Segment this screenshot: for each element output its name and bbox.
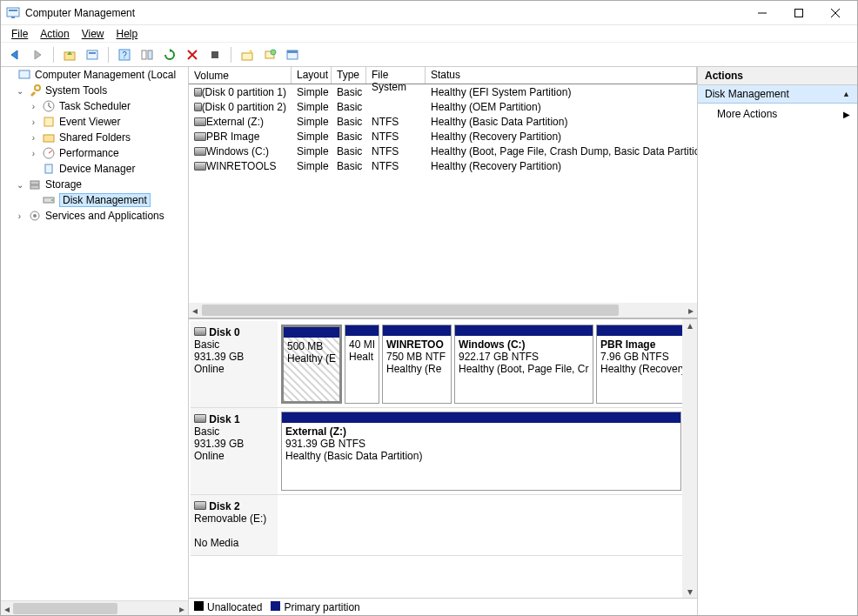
col-type[interactable]: Type	[332, 67, 366, 84]
legend: Unallocated Primary partition	[189, 598, 697, 615]
tree-services-apps[interactable]: ›Services and Applications	[1, 208, 188, 224]
navigation-tree[interactable]: Computer Management (Local ⌄ System Tool…	[1, 67, 189, 615]
menu-view[interactable]: View	[77, 27, 110, 41]
partition-box[interactable]: 500 MBHealthy (EFI	[281, 325, 342, 404]
disk-row[interactable]: Disk 2Removable (E:)No Media	[191, 495, 697, 556]
tree-device-manager[interactable]: Device Manager	[1, 161, 188, 177]
disk-row[interactable]: Disk 1Basic931.39 GBOnlineExternal (Z:)9…	[191, 408, 697, 495]
svg-rect-20	[19, 70, 30, 78]
menu-help[interactable]: Help	[111, 27, 144, 41]
settings-icon[interactable]	[284, 46, 301, 64]
svg-rect-8	[87, 50, 97, 59]
maximize-button[interactable]	[781, 1, 817, 25]
collapse-icon[interactable]: ▲	[842, 90, 850, 98]
up-folder-icon[interactable]	[61, 46, 78, 64]
help-icon[interactable]: ?	[116, 46, 133, 64]
tree-performance[interactable]: ›Performance	[1, 145, 188, 161]
delete-icon[interactable]	[184, 46, 201, 64]
actions-context[interactable]: Disk Management ▲	[698, 85, 857, 104]
tree-event-viewer[interactable]: ›Event Viewer	[1, 114, 188, 130]
actions-more[interactable]: More Actions ▶	[698, 104, 857, 124]
tree-disk-management[interactable]: Disk Management	[1, 192, 188, 208]
volume-header[interactable]: Volume Layout Type File System Status	[189, 67, 697, 84]
volume-list[interactable]: Volume Layout Type File System Status (D…	[189, 67, 697, 319]
center-pane: Volume Layout Type File System Status (D…	[189, 67, 698, 615]
svg-rect-26	[45, 164, 52, 173]
folder-icon	[42, 131, 56, 144]
minimize-button[interactable]	[744, 1, 781, 25]
refresh-icon[interactable]	[161, 46, 178, 64]
stop-icon[interactable]	[206, 46, 224, 64]
disk-row[interactable]: Disk 0Basic931.39 GBOnline500 MBHealthy …	[191, 321, 697, 408]
volume-row[interactable]: (Disk 0 partition 2)SimpleBasicHealthy (…	[189, 99, 697, 114]
volume-scrollbar[interactable]: ◂▸	[189, 303, 697, 318]
disk-info[interactable]: Disk 2Removable (E:)No Media	[191, 495, 278, 555]
disk-info[interactable]: Disk 0Basic931.39 GBOnline	[191, 321, 278, 407]
perf-icon	[42, 146, 56, 160]
back-icon[interactable]	[6, 46, 23, 64]
close-button[interactable]	[817, 1, 854, 25]
new-vol-icon[interactable]	[238, 46, 256, 64]
svg-rect-28	[30, 185, 39, 189]
svg-rect-14	[211, 51, 218, 58]
menu-action[interactable]: Action	[35, 27, 74, 41]
drive-icon	[194, 132, 206, 141]
disk-graphical-view[interactable]: Disk 0Basic931.39 GBOnline500 MBHealthy …	[189, 319, 697, 615]
menu-file[interactable]: File	[6, 27, 33, 41]
graphical-scrollbar[interactable]: ▴▾	[682, 319, 697, 598]
partition-box[interactable]: 40 MIHealt	[345, 325, 379, 404]
svg-rect-13	[148, 50, 152, 59]
partition-box[interactable]: WINRETOO750 MB NTFHealthy (Re	[382, 325, 452, 404]
tree-shared-folders[interactable]: ›Shared Folders	[1, 130, 188, 145]
legend-primary: Primary partition	[284, 601, 359, 613]
tree-system-tools[interactable]: ⌄ System Tools	[1, 83, 188, 98]
svg-rect-2	[11, 17, 15, 18]
pane-icon[interactable]	[138, 46, 156, 64]
drive-icon	[194, 117, 206, 126]
volume-row[interactable]: Windows (C:)SimpleBasicNTFSHealthy (Boot…	[189, 144, 697, 158]
forward-icon[interactable]	[29, 46, 46, 64]
svg-rect-1	[9, 10, 17, 11]
legend-unallocated: Unallocated	[207, 601, 262, 613]
svg-point-17	[271, 50, 276, 55]
partition-box[interactable]: External (Z:)931.39 GB NTFSHealthy (Basi…	[281, 412, 681, 491]
col-layout[interactable]: Layout	[292, 67, 332, 84]
menubar: File Action View Help	[1, 25, 857, 43]
col-filesystem[interactable]: File System	[366, 67, 426, 84]
drive-icon	[194, 103, 202, 111]
tree-task-scheduler[interactable]: ›Task Scheduler	[1, 98, 188, 114]
properties-icon[interactable]	[84, 46, 101, 64]
event-icon	[42, 115, 56, 129]
attach-icon[interactable]	[261, 46, 278, 64]
tree-scrollbar[interactable]: ◂▸	[1, 600, 188, 615]
drive-icon	[194, 88, 202, 97]
drive-icon	[194, 327, 206, 336]
disk-info[interactable]: Disk 1Basic931.39 GBOnline	[191, 408, 278, 494]
toolbar: ?	[1, 43, 857, 67]
svg-rect-0	[7, 8, 19, 17]
app-icon	[6, 6, 20, 20]
device-icon	[42, 162, 56, 176]
drive-icon	[194, 147, 206, 156]
svg-text:?: ?	[122, 50, 127, 60]
volume-row[interactable]: (Disk 0 partition 1)SimpleBasicHealthy (…	[189, 84, 697, 99]
col-status[interactable]: Status	[426, 67, 697, 84]
volume-row[interactable]: PBR ImageSimpleBasicNTFSHealthy (Recover…	[189, 129, 697, 144]
svg-rect-19	[287, 50, 298, 53]
svg-point-21	[35, 85, 40, 90]
svg-rect-12	[142, 50, 146, 59]
svg-rect-27	[30, 181, 39, 184]
services-icon	[28, 209, 42, 223]
partition-box[interactable]: PBR Image7.96 GB NTFSHealthy (Recovery	[596, 325, 692, 404]
volume-row[interactable]: External (Z:)SimpleBasicNTFSHealthy (Bas…	[189, 114, 697, 129]
tree-storage[interactable]: ⌄Storage	[1, 177, 188, 192]
svg-rect-4	[795, 9, 803, 17]
volume-row[interactable]: WINRETOOLSSimpleBasicNTFSHealthy (Recove…	[189, 158, 697, 173]
storage-icon	[28, 177, 42, 191]
tree-root[interactable]: Computer Management (Local	[1, 67, 188, 83]
svg-point-32	[33, 214, 37, 218]
partition-box[interactable]: Windows (C:)922.17 GB NTFSHealthy (Boot,…	[454, 325, 593, 404]
svg-rect-15	[242, 53, 252, 60]
titlebar: Computer Management	[1, 1, 857, 25]
col-volume[interactable]: Volume	[189, 67, 292, 84]
